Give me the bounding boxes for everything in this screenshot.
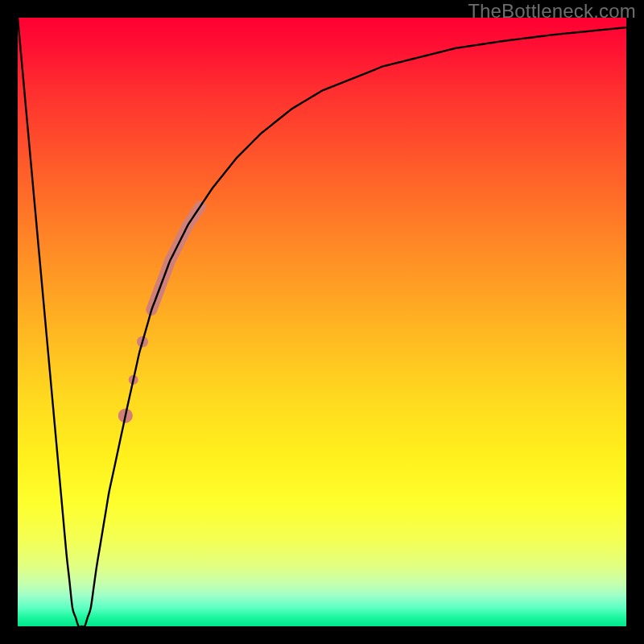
chart-frame: TheBottleneck.com — [0, 0, 644, 644]
curve-layer — [18, 18, 626, 626]
bottleneck-curve — [18, 18, 626, 626]
plot-area — [18, 18, 626, 626]
watermark: TheBottleneck.com — [468, 0, 636, 23]
